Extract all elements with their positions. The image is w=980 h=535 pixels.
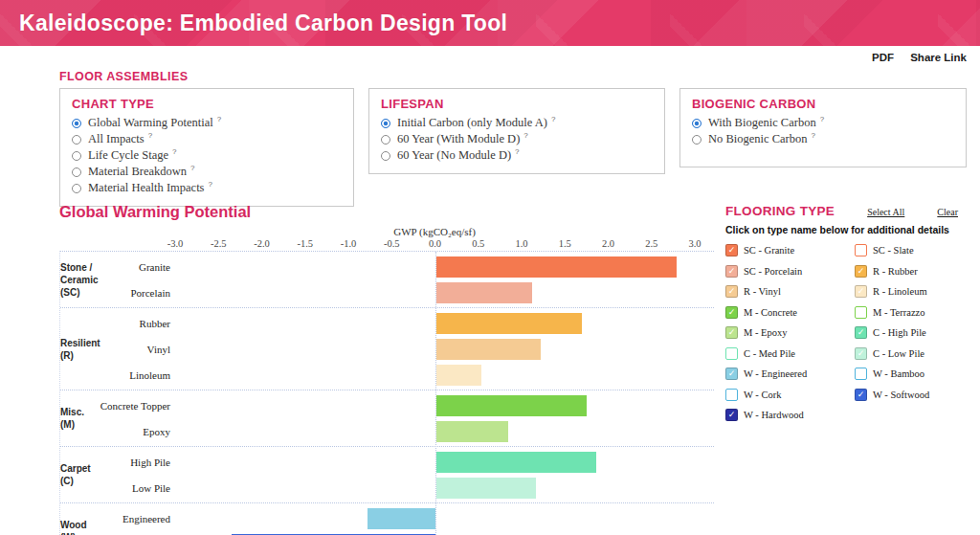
flooring-type-label-w-hardwood[interactable]: W - Hardwood [744, 410, 804, 420]
tick-label-0.5: 0.5 [472, 238, 484, 249]
flooring-checkbox-w-engineered-checked[interactable]: ✓ [725, 368, 738, 380]
legend-item-r-linoleum: ✓R - Linoleum [855, 285, 972, 298]
radio-material-health-impacts[interactable] [72, 184, 81, 193]
help-marker-icon[interactable]: ? [820, 115, 824, 123]
tick-label--0.5: -0.5 [384, 238, 400, 249]
category-label-wood-w: Wood(W) [60, 519, 116, 535]
flooring-checkbox-c-high-pile-checked[interactable]: ✓ [855, 326, 867, 339]
flooring-type-label-w-engineered[interactable]: W - Engineered [744, 368, 807, 379]
flooring-type-label-w-cork[interactable]: W - Cork [744, 390, 781, 400]
radio-life-cycle-stage[interactable] [72, 151, 81, 161]
help-marker-icon[interactable]: ? [217, 115, 221, 123]
flooring-type-label-sc-porcelain[interactable]: SC - Porcelain [744, 266, 802, 277]
legend-subtitle: Click on type name below for additional … [725, 224, 972, 235]
flooring-type-label-sc-granite[interactable]: SC - Granite [744, 245, 794, 256]
help-marker-icon[interactable]: ? [515, 147, 519, 156]
radio-option-initial-carbon-only-module-a[interactable]: Initial Carbon (only Module A)? [381, 116, 653, 130]
bar-label-rubber: Rubber [60, 318, 176, 329]
radio-with-biogenic-carbon-selected[interactable] [692, 119, 702, 128]
flooring-checkbox-m-concrete-checked[interactable]: ✓ [725, 306, 738, 319]
chart-group-misc-m: Misc.(M)Concrete TopperEpoxy [60, 390, 714, 447]
radio-option-60-year-no-module-d[interactable]: 60 Year (No Module D)? [381, 148, 653, 163]
radio-initial-carbon-only-module-a-selected[interactable] [381, 119, 390, 128]
flooring-type-label-c-high-pile[interactable]: C - High Pile [873, 327, 926, 338]
flooring-checkbox-w-bamboo-unchecked[interactable] [855, 368, 867, 380]
category-label-carpet-c: Carpet(C) [60, 462, 116, 487]
radio-option-with-biogenic-carbon[interactable]: With Biogenic Carbon? [692, 116, 954, 130]
radio-material-breakdown[interactable] [72, 167, 81, 177]
flooring-checkbox-sc-porcelain-checked[interactable]: ✓ [725, 265, 738, 278]
radio-option-material-breakdown[interactable]: Material Breakdown? [72, 165, 342, 179]
radio-option-no-biogenic-carbon[interactable]: No Biogenic Carbon? [692, 132, 954, 146]
radio-global-warming-potential-selected[interactable] [72, 119, 81, 128]
bar-row-linoleum: Linoleum [60, 362, 714, 388]
radio-option-life-cycle-stage[interactable]: Life Cycle Stage? [72, 148, 342, 163]
radio-option-global-warming-potential[interactable]: Global Warming Potential? [72, 116, 342, 130]
help-marker-icon[interactable]: ? [172, 147, 176, 156]
flooring-checkbox-c-med-pile-unchecked[interactable] [725, 347, 738, 360]
flooring-type-label-m-terrazzo[interactable]: M - Terrazzo [873, 307, 924, 318]
flooring-checkbox-sc-slate-unchecked[interactable] [855, 244, 867, 256]
tick-label--2.5: -2.5 [211, 238, 227, 249]
legend-item-m-epoxy: ✓M - Epoxy [725, 326, 855, 339]
flooring-checkbox-r-linoleum-checked[interactable]: ✓ [855, 285, 867, 298]
help-marker-icon[interactable]: ? [208, 180, 212, 189]
flooring-type-label-w-bamboo[interactable]: W - Bamboo [873, 368, 924, 379]
radio-no-biogenic-carbon[interactable] [692, 135, 702, 145]
radio-option-60-year-with-module-d[interactable]: 60 Year (With Module D)? [381, 132, 653, 146]
bar-label-linoleum: Linoleum [60, 369, 176, 381]
bar-row-low-pile: Low Pile [60, 475, 714, 501]
chart-plot-area: Stone /Ceramic(SC)GranitePorcelainResili… [59, 251, 714, 535]
tick-label--3.0: -3.0 [167, 238, 184, 249]
radio-option-material-health-impacts[interactable]: Material Health Impacts? [72, 181, 342, 195]
legend-header: FLOORING TYPE Select All Clear [725, 204, 972, 218]
radio-all-impacts[interactable] [72, 135, 81, 145]
flooring-type-label-sc-slate[interactable]: SC - Slate [873, 245, 914, 256]
share-link[interactable]: Share Link [910, 52, 967, 63]
tick-label-3.0: 3.0 [688, 238, 701, 249]
flooring-checkbox-w-softwood-checked[interactable]: ✓ [855, 389, 867, 401]
radio-option-all-impacts[interactable]: All Impacts? [72, 132, 342, 146]
legend-title: FLOORING TYPE [725, 204, 835, 218]
radio-label: Life Cycle Stage [88, 148, 168, 163]
flooring-type-label-m-concrete[interactable]: M - Concrete [744, 307, 797, 318]
bar-epoxy [436, 421, 508, 442]
flooring-checkbox-m-terrazzo-unchecked[interactable] [855, 306, 867, 319]
bar-row-granite: Granite [60, 254, 714, 279]
legend-item-m-concrete: ✓M - Concrete [725, 306, 855, 319]
radio-60-year-no-module-d[interactable] [381, 151, 390, 161]
flooring-type-label-r-rubber[interactable]: R - Rubber [873, 266, 918, 277]
chart-group-wood-w: Wood(W)EngineeredSoftwood Plank [60, 503, 714, 535]
clear-link[interactable]: Clear [937, 207, 958, 217]
legend-item-w-engineered: ✓W - Engineered [725, 368, 855, 380]
flooring-type-label-w-softwood[interactable]: W - Softwood [873, 390, 929, 400]
radio-label: All Impacts [88, 132, 145, 146]
legend-item-m-terrazzo: M - Terrazzo [855, 306, 972, 319]
tick-label--1.0: -1.0 [341, 238, 357, 249]
pdf-link[interactable]: PDF [872, 52, 894, 63]
flooring-checkbox-c-low-pile-checked[interactable]: ✓ [855, 347, 867, 360]
select-all-link[interactable]: Select All [867, 207, 904, 217]
help-marker-icon[interactable]: ? [190, 164, 194, 172]
help-marker-icon[interactable]: ? [551, 115, 555, 123]
flooring-checkbox-r-vinyl-checked[interactable]: ✓ [725, 285, 738, 298]
flooring-checkbox-m-epoxy-checked[interactable]: ✓ [725, 326, 738, 339]
bar-granite [436, 256, 678, 278]
flooring-checkbox-sc-granite-checked[interactable]: ✓ [725, 244, 738, 256]
gwp-bar-chart: GWP (kgCO₂eq/sf) -3.0-2.5-2.0-1.5-1.0-0.… [59, 226, 714, 535]
flooring-type-label-r-vinyl[interactable]: R - Vinyl [744, 286, 781, 297]
flooring-type-label-r-linoleum[interactable]: R - Linoleum [873, 286, 927, 297]
flooring-checkbox-r-rubber-checked[interactable]: ✓ [855, 265, 867, 278]
help-marker-icon[interactable]: ? [523, 131, 527, 140]
bar-row-engineered: Engineered [60, 505, 714, 531]
flooring-type-label-m-epoxy[interactable]: M - Epoxy [744, 327, 788, 338]
help-marker-icon[interactable]: ? [148, 131, 152, 140]
flooring-checkbox-w-hardwood-checked[interactable]: ✓ [725, 409, 738, 421]
bar-row-softwood-plank: Softwood Plank [60, 531, 714, 535]
help-marker-icon[interactable]: ? [811, 131, 814, 140]
flooring-type-label-c-low-pile[interactable]: C - Low Pile [873, 348, 924, 359]
bar-linoleum [436, 365, 482, 386]
radio-60-year-with-module-d[interactable] [381, 135, 390, 145]
flooring-checkbox-w-cork-unchecked[interactable] [725, 389, 738, 401]
flooring-type-label-c-med-pile[interactable]: C - Med Pile [744, 348, 795, 359]
